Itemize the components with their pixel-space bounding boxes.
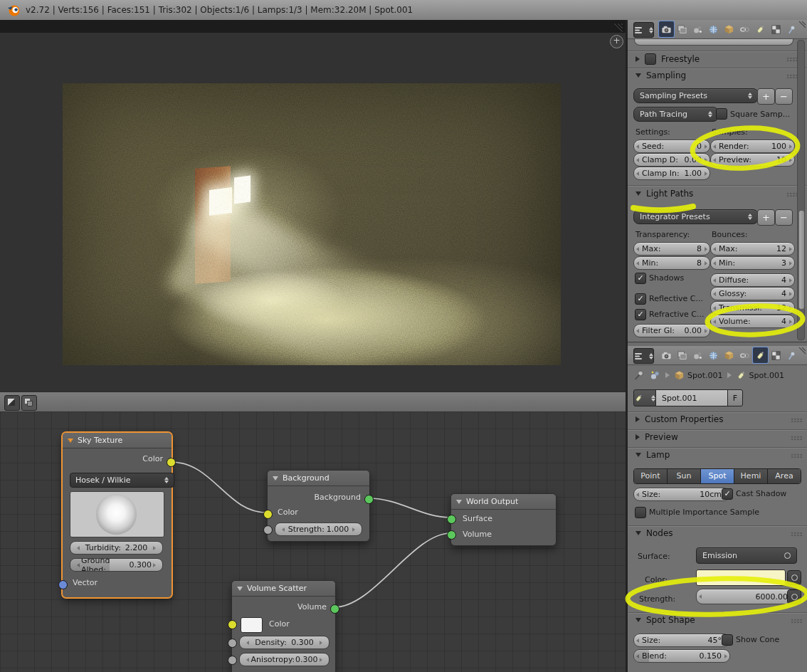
turbidity-field[interactable]: Turbidity: 2.200 bbox=[70, 541, 163, 555]
transparency-max-field[interactable]: Max: 8 bbox=[633, 242, 710, 256]
pin-icon[interactable] bbox=[633, 369, 645, 381]
surface-shader-dropdown[interactable]: Emission bbox=[696, 547, 797, 564]
integrator-method-dropdown[interactable]: Path Tracing bbox=[633, 107, 719, 122]
node-header[interactable]: Volume Scatter bbox=[232, 581, 335, 597]
breadcrumb-data[interactable]: Spot.001 bbox=[736, 370, 785, 381]
emission-color-swatch[interactable] bbox=[696, 569, 786, 586]
node-world-output[interactable]: World Output Surface Volume bbox=[450, 493, 557, 546]
properties-tab-object[interactable] bbox=[722, 21, 737, 37]
properties-tab-world[interactable] bbox=[706, 347, 721, 363]
disclosure-triangle-icon[interactable] bbox=[635, 453, 641, 457]
section-preview[interactable]: Preview bbox=[635, 432, 678, 442]
panel-grip[interactable] bbox=[791, 619, 803, 624]
transmission-bounces-field[interactable]: Transmissi: 12 bbox=[710, 301, 795, 315]
preset-add-button[interactable]: + bbox=[757, 88, 775, 105]
socket-vector-input[interactable] bbox=[58, 580, 68, 589]
transparency-min-field[interactable]: Min: 8 bbox=[633, 256, 710, 270]
strength-field[interactable]: Strength: 1.000 bbox=[275, 523, 362, 536]
glossy-bounces-field[interactable]: Glossy: 4 bbox=[710, 287, 795, 300]
reflective-caustics-checkbox[interactable] bbox=[635, 293, 646, 305]
multiple-importance-checkbox[interactable] bbox=[635, 507, 646, 518]
properties-tab-constraints[interactable] bbox=[737, 347, 752, 363]
bounces-min-field[interactable]: Min: 3 bbox=[710, 256, 795, 270]
socket-volume-output[interactable] bbox=[330, 604, 339, 614]
integrator-presets-dropdown[interactable]: Integrator Presets bbox=[633, 209, 759, 224]
socket-color-input[interactable] bbox=[263, 510, 273, 519]
properties-tab-object-data[interactable] bbox=[753, 21, 768, 37]
section-nodes[interactable]: Nodes bbox=[635, 528, 673, 538]
lamp-size-field[interactable]: Size: 10cm bbox=[633, 488, 730, 501]
region-expand-button[interactable]: + bbox=[610, 35, 623, 48]
properties-tab-scene[interactable] bbox=[690, 21, 705, 37]
socket-strength-input[interactable] bbox=[263, 525, 273, 535]
panel-grip[interactable] bbox=[791, 532, 803, 537]
properties-tab-render[interactable] bbox=[659, 21, 674, 37]
freestyle-checkbox[interactable] bbox=[645, 53, 656, 65]
sampling-presets-dropdown[interactable]: Sampling Presets bbox=[633, 88, 759, 103]
disclosure-triangle-icon[interactable] bbox=[635, 191, 641, 196]
properties-tab-object-data[interactable] bbox=[753, 347, 768, 363]
properties-tab-constraints[interactable] bbox=[737, 21, 752, 37]
properties-tab-scene[interactable] bbox=[690, 347, 705, 363]
disclosure-triangle-icon[interactable] bbox=[635, 416, 640, 422]
properties-tab-object[interactable] bbox=[722, 347, 737, 363]
preset-remove-button[interactable]: − bbox=[775, 209, 793, 226]
lamp-type-point[interactable]: Point bbox=[634, 469, 668, 483]
disclosure-triangle-icon[interactable] bbox=[635, 618, 641, 622]
square-samples-checkbox[interactable] bbox=[716, 108, 727, 120]
editor-type-selector[interactable] bbox=[633, 22, 654, 38]
section-freestyle[interactable]: Freestyle bbox=[635, 53, 700, 65]
preset-add-button[interactable]: + bbox=[757, 209, 775, 226]
bounces-max-field[interactable]: Max: 12 bbox=[710, 242, 795, 256]
collapse-arrow-icon[interactable] bbox=[456, 500, 462, 504]
disclosure-triangle-icon[interactable] bbox=[635, 73, 641, 78]
section-custom-properties[interactable]: Custom Properties bbox=[635, 414, 723, 424]
collapse-arrow-icon[interactable] bbox=[237, 587, 243, 591]
spot-blend-slider[interactable]: Blend: 0.150 bbox=[633, 649, 730, 663]
properties-tab-world[interactable] bbox=[706, 21, 721, 37]
color-swatch[interactable] bbox=[241, 617, 263, 633]
clamp-direct-field[interactable]: Clamp D: 0.00 bbox=[633, 153, 710, 167]
socket-surface-input[interactable] bbox=[447, 515, 456, 524]
object-data-breadcrumb-icon[interactable] bbox=[649, 369, 661, 381]
socket-color-output[interactable] bbox=[167, 458, 176, 467]
panel-grip[interactable] bbox=[791, 453, 803, 458]
lamp-type-hemi[interactable]: Hemi bbox=[734, 469, 768, 483]
socket-color-input[interactable] bbox=[228, 620, 237, 629]
section-lamp[interactable]: Lamp bbox=[635, 450, 670, 460]
editor-type-selector-button[interactable] bbox=[4, 395, 20, 411]
refractive-caustics-checkbox[interactable] bbox=[635, 309, 646, 320]
sky-model-dropdown[interactable]: Hosek / Wilkie bbox=[70, 473, 174, 488]
editor-type-selector[interactable] bbox=[633, 348, 654, 364]
preview-samples-field[interactable]: Preview: 10 bbox=[710, 153, 795, 167]
density-field[interactable]: Density: 0.300 bbox=[239, 636, 329, 649]
lamp-datablock-selector[interactable] bbox=[633, 389, 656, 406]
anisotropy-field[interactable]: Anisotropy: 0.300 bbox=[239, 653, 329, 666]
fake-user-button[interactable]: F bbox=[727, 389, 743, 406]
node-header[interactable]: Sky Texture bbox=[63, 433, 172, 448]
collapse-arrow-icon[interactable] bbox=[68, 439, 73, 443]
properties-tab-render[interactable] bbox=[659, 347, 674, 363]
render-samples-field[interactable]: Render: 100 bbox=[710, 140, 795, 153]
properties-tab-render-layers[interactable] bbox=[675, 347, 690, 363]
disclosure-triangle-icon[interactable] bbox=[635, 434, 640, 440]
node-editor-canvas[interactable]: Sky Texture Color Hosek / Wilkie Turbidi… bbox=[0, 411, 626, 672]
filter-glossy-field[interactable]: Filter Gl: 0.00 bbox=[633, 324, 710, 337]
emission-strength-field[interactable]: 6000.000 bbox=[696, 589, 801, 604]
section-spot-shape[interactable]: Spot Shape bbox=[635, 615, 695, 625]
node-background[interactable]: Background Background Color Strength: 1.… bbox=[267, 470, 370, 542]
clamp-indirect-field[interactable]: Clamp In: 1.00 bbox=[633, 167, 710, 180]
panel-grip[interactable] bbox=[791, 436, 803, 441]
preset-remove-button[interactable]: − bbox=[775, 88, 793, 105]
socket-anisotropy-input[interactable] bbox=[228, 656, 237, 665]
socket-density-input[interactable] bbox=[228, 639, 237, 648]
seed-field[interactable]: Seed: 0 bbox=[633, 140, 710, 153]
breadcrumb-object[interactable]: Spot.001 bbox=[674, 370, 723, 381]
disclosure-triangle-icon[interactable] bbox=[635, 531, 641, 535]
disclosure-triangle-icon[interactable] bbox=[635, 56, 640, 62]
diffuse-bounces-field[interactable]: Diffuse: 4 bbox=[710, 273, 795, 287]
shadows-checkbox[interactable] bbox=[635, 273, 646, 284]
lamp-type-spot[interactable]: Spot bbox=[701, 469, 734, 483]
ground-albedo-slider[interactable]: Ground Albed: 0.300 bbox=[70, 558, 163, 572]
node-sky-texture[interactable]: Sky Texture Color Hosek / Wilkie Turbidi… bbox=[62, 432, 172, 598]
